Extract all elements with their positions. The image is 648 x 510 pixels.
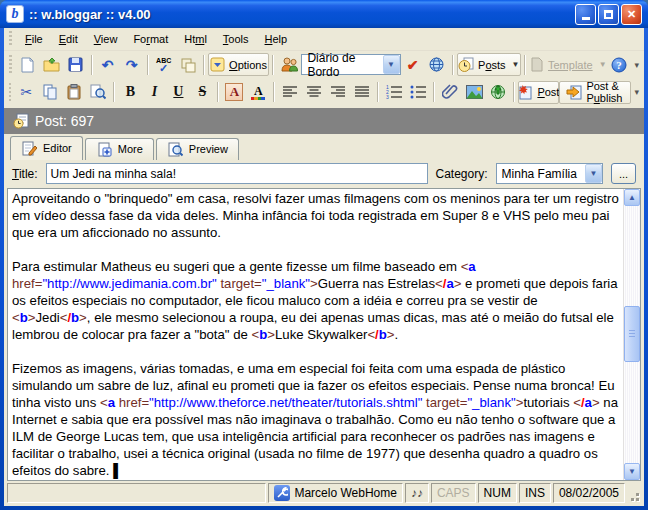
save-post-button[interactable] (64, 53, 88, 76)
toolbar-separator (433, 82, 435, 102)
new-post-button[interactable] (16, 53, 40, 76)
scrollbar-thumb[interactable] (624, 306, 640, 362)
bold-button[interactable]: B (118, 81, 142, 104)
font-color-button[interactable]: A (222, 81, 246, 104)
post-button[interactable]: Post (518, 81, 559, 104)
menu-view[interactable]: View (86, 30, 126, 48)
menu-file[interactable]: File (17, 30, 51, 48)
spellcheck-button[interactable]: ABC ✓ (152, 53, 176, 76)
scrollbar-track[interactable] (624, 206, 640, 463)
menubar: File Edit View Format Html Tools Help (4, 28, 644, 51)
maximize-button[interactable] (598, 4, 619, 25)
upload-media-button[interactable] (486, 81, 510, 104)
menu-html[interactable]: Html (176, 30, 215, 48)
maximize-icon (604, 10, 613, 19)
custom-color-icon: A (250, 84, 267, 101)
category-dropdown-arrow-icon[interactable]: ▼ (585, 164, 602, 183)
category-browse-button[interactable]: ... (611, 163, 636, 184)
toolbar-separator (513, 82, 515, 102)
close-button[interactable]: ✕ (621, 4, 642, 25)
template-dropdown-arrow-icon: ▼ (599, 60, 607, 69)
paste-button[interactable] (62, 81, 86, 104)
toolbar-main: ↶ ↷ ABC ✓ Options Diário de Bordo ▼ ✔ (4, 51, 644, 79)
options-button[interactable]: Options (208, 53, 270, 76)
tab-more[interactable]: More (85, 138, 154, 160)
minimize-button[interactable] (575, 4, 596, 25)
cut-button[interactable]: ✂ (14, 81, 38, 104)
category-select[interactable]: Minha Família ▼ (496, 163, 603, 184)
posts-clock-icon (458, 56, 474, 73)
strikethrough-button[interactable]: S (190, 81, 214, 104)
editor-tab-icon (21, 140, 38, 157)
accounts-button[interactable] (277, 53, 301, 76)
editor-area: Aproveitando o "brinquedo" em casa, reso… (7, 188, 641, 481)
post-publish-label: Post & Publish (586, 80, 624, 104)
undo-button[interactable]: ↶ (96, 53, 120, 76)
menubar-grip[interactable] (7, 31, 14, 46)
italic-button[interactable]: I (142, 81, 166, 104)
toolbar-overflow-chevron[interactable]: ▾ (631, 87, 642, 97)
copy-post-button[interactable] (176, 53, 200, 76)
account-dropdown-arrow-icon[interactable]: ▼ (383, 55, 400, 74)
align-justify-button[interactable] (350, 81, 374, 104)
more-tab-icon (96, 141, 113, 158)
menu-help[interactable]: Help (257, 30, 296, 48)
scroll-up-icon[interactable]: ▲ (624, 189, 640, 206)
open-folder-icon (43, 56, 60, 73)
posts-dropdown-arrow-icon[interactable]: ▼ (512, 60, 520, 69)
align-right-button[interactable] (326, 81, 350, 104)
toolbar-separator (377, 82, 379, 102)
menu-format[interactable]: Format (125, 30, 176, 48)
post-label: Post (537, 86, 559, 98)
toolbar-separator (217, 82, 219, 102)
custom-color-button[interactable]: A (246, 81, 270, 104)
spellcheck-icon: ABC ✓ (155, 56, 173, 73)
menu-edit[interactable]: Edit (51, 30, 86, 48)
align-center-button[interactable] (302, 81, 326, 104)
title-input[interactable]: Um Jedi na minha sala! (46, 163, 428, 184)
find-magnifier-icon (90, 84, 107, 101)
resize-grip[interactable] (627, 483, 641, 503)
find-button[interactable] (86, 81, 110, 104)
status-sound-panel: ♪♪ (405, 483, 429, 503)
open-browser-button[interactable] (425, 53, 449, 76)
copy-icon (42, 84, 59, 101)
post-publish-button[interactable]: Post & Publish (559, 81, 631, 104)
statusbar: Marcelo WebHome ♪♪ CAPS NUM INS 08/02/20… (4, 481, 644, 506)
status-date-panel: 08/02/2005 (553, 483, 625, 503)
scroll-down-icon[interactable]: ▼ (624, 463, 640, 480)
status-account-panel: Marcelo WebHome (268, 483, 402, 503)
tab-editor[interactable]: Editor (10, 136, 83, 160)
toolbar-overflow-chevron[interactable]: ▾ (631, 60, 642, 70)
status-ins-panel: INS (519, 483, 551, 503)
verify-button[interactable]: ✔ (401, 53, 425, 76)
status-account: Marcelo WebHome (294, 486, 396, 500)
preview-tab-icon (167, 141, 184, 158)
red-check-icon: ✔ (404, 56, 421, 73)
bullet-list-button[interactable] (406, 81, 430, 104)
redo-button[interactable]: ↷ (120, 53, 144, 76)
attach-file-button[interactable] (438, 81, 462, 104)
bullet-list-icon (410, 84, 427, 101)
toolbar-main-grip[interactable] (7, 55, 13, 74)
post-body[interactable]: Aproveitando o "brinquedo" em casa, reso… (8, 189, 623, 480)
copy-button[interactable] (38, 81, 62, 104)
underline-button[interactable]: U (166, 81, 190, 104)
options-icon (210, 56, 225, 73)
align-left-button[interactable] (278, 81, 302, 104)
toolbar-separator (273, 82, 275, 102)
numbered-list-button[interactable]: 123 (382, 81, 406, 104)
posts-button[interactable]: Posts ▼ (457, 53, 522, 76)
titlebar[interactable]: b :: w.bloggar :: v4.00 ✕ (0, 0, 648, 28)
editor-scrollbar[interactable]: ▲ ▼ (623, 189, 640, 480)
globe-icon (428, 56, 445, 73)
account-select[interactable]: Diário de Bordo ▼ (301, 54, 400, 75)
tab-preview[interactable]: Preview (156, 138, 239, 160)
help-icon: ? (611, 56, 628, 73)
toolbar-format-grip[interactable] (7, 83, 11, 102)
open-post-button[interactable] (40, 53, 64, 76)
post-header-icon (12, 112, 29, 129)
menu-tools[interactable]: Tools (215, 30, 257, 48)
help-button[interactable]: ? (607, 53, 631, 76)
insert-image-button[interactable] (462, 81, 486, 104)
